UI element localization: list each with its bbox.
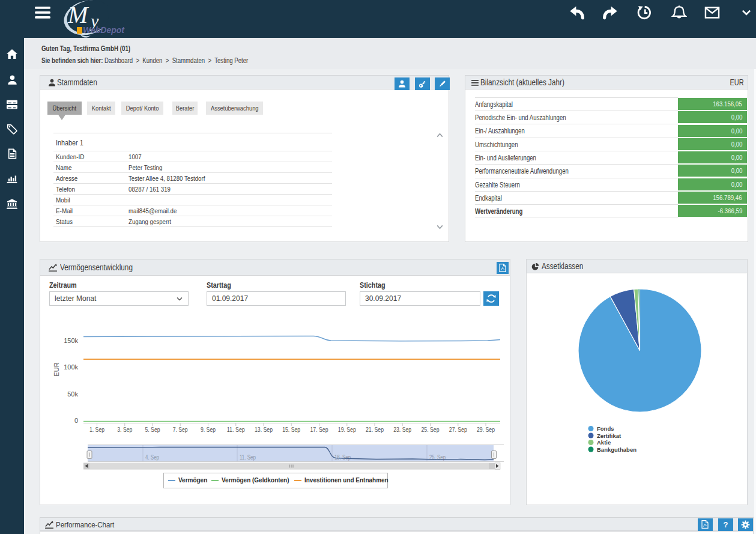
svg-text:18. Sep: 18. Sep [334, 454, 351, 461]
svg-text:3. Sep: 3. Sep [117, 426, 132, 433]
svg-text:11. Sep: 11. Sep [240, 454, 256, 461]
svg-text:Aktie: Aktie [597, 439, 611, 446]
svg-text:50k: 50k [67, 390, 78, 398]
svg-text:15. Sep: 15. Sep [282, 426, 300, 433]
svg-text:150k: 150k [64, 337, 78, 344]
svg-text:21. Sep: 21. Sep [366, 426, 384, 433]
svg-text:29. Sep: 29. Sep [477, 426, 495, 433]
svg-text:7. Sep: 7. Sep [173, 426, 188, 433]
svg-text:100k: 100k [64, 363, 78, 371]
svg-text:27. Sep: 27. Sep [449, 426, 467, 433]
svg-text:WebDepot: WebDepot [83, 25, 125, 35]
svg-text:23. Sep: 23. Sep [393, 426, 411, 433]
svg-text:EUR: EUR [53, 362, 60, 376]
svg-text:1. Sep: 1. Sep [89, 426, 104, 433]
svg-text:5. Sep: 5. Sep [145, 426, 160, 433]
svg-text:4. Sep: 4. Sep [145, 454, 159, 461]
svg-text:Zertifikat: Zertifikat [597, 432, 621, 439]
svg-text:Bankguthaben: Bankguthaben [597, 446, 637, 453]
svg-text:19. Sep: 19. Sep [338, 426, 356, 433]
svg-text:17. Sep: 17. Sep [310, 426, 328, 433]
svg-text:9. Sep: 9. Sep [201, 426, 216, 433]
svg-text:25. Sep: 25. Sep [422, 426, 440, 433]
svg-text:Fonds: Fonds [597, 425, 614, 432]
svg-text:M: M [67, 1, 89, 28]
svg-text:11. Sep: 11. Sep [227, 426, 245, 433]
svg-text:13. Sep: 13. Sep [255, 426, 273, 433]
svg-text:0: 0 [74, 417, 78, 424]
